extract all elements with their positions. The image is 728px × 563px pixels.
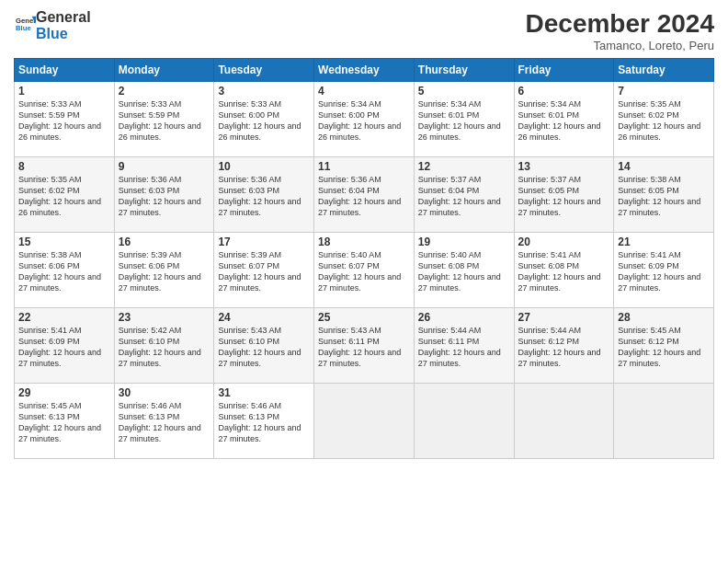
calendar-cell [514,384,614,459]
calendar-cell: 17Sunrise: 5:39 AMSunset: 6:07 PMDayligh… [214,233,314,308]
day-number: 16 [119,236,210,248]
cell-info: Sunrise: 5:45 AMSunset: 6:13 PMDaylight:… [18,400,110,445]
sunset-text: Sunset: 6:01 PM [518,109,610,121]
cell-info: Sunrise: 5:40 AMSunset: 6:08 PMDaylight:… [418,249,510,294]
daylight-text: Daylight: 12 hours and 27 minutes. [518,271,610,293]
day-number: 6 [518,85,610,98]
cell-info: Sunrise: 5:39 AMSunset: 6:06 PMDaylight:… [119,249,210,294]
daylight-text: Daylight: 12 hours and 27 minutes. [18,422,110,444]
day-number: 4 [318,85,410,98]
sunset-text: Sunset: 6:01 PM [418,109,510,121]
calendar-cell: 25Sunrise: 5:43 AMSunset: 6:11 PMDayligh… [314,308,415,384]
logo: General Blue General Blue [14,9,91,41]
daylight-text: Daylight: 12 hours and 27 minutes. [119,422,210,444]
sunset-text: Sunset: 6:09 PM [18,336,110,347]
sunrise-text: Sunrise: 5:44 AM [418,325,510,336]
sunset-text: Sunset: 6:06 PM [119,260,210,271]
sunset-text: Sunset: 6:03 PM [218,185,310,196]
cell-info: Sunrise: 5:40 AMSunset: 6:07 PMDaylight:… [318,249,410,294]
daylight-text: Daylight: 12 hours and 27 minutes. [318,271,410,293]
day-number: 14 [618,160,710,173]
sunrise-text: Sunrise: 5:43 AM [318,325,410,336]
day-number: 5 [418,85,510,98]
sunrise-text: Sunrise: 5:41 AM [618,249,710,260]
daylight-text: Daylight: 12 hours and 27 minutes. [618,271,710,293]
sunrise-text: Sunrise: 5:33 AM [218,98,310,109]
calendar-week-3: 15Sunrise: 5:38 AMSunset: 6:06 PMDayligh… [15,233,714,308]
daylight-text: Daylight: 12 hours and 26 minutes. [618,121,710,143]
daylight-text: Daylight: 12 hours and 26 minutes. [18,196,110,218]
cell-info: Sunrise: 5:36 AMSunset: 6:03 PMDaylight:… [218,174,310,219]
day-number: 19 [418,236,510,248]
sunset-text: Sunset: 6:07 PM [318,260,410,271]
calendar-cell: 20Sunrise: 5:41 AMSunset: 6:08 PMDayligh… [514,233,614,308]
day-number: 28 [618,311,710,324]
day-number: 10 [218,160,310,173]
daylight-text: Daylight: 12 hours and 27 minutes. [618,196,710,218]
day-number: 27 [518,311,610,324]
calendar-cell: 6Sunrise: 5:34 AMSunset: 6:01 PMDaylight… [514,82,614,157]
sunrise-text: Sunrise: 5:46 AM [119,400,210,411]
logo-general: General [36,9,91,26]
calendar-cell: 2Sunrise: 5:33 AMSunset: 5:59 PMDaylight… [114,82,214,157]
daylight-text: Daylight: 12 hours and 27 minutes. [318,347,410,369]
day-number: 18 [318,236,410,248]
cell-info: Sunrise: 5:43 AMSunset: 6:10 PMDaylight:… [218,325,310,370]
calendar-table: SundayMondayTuesdayWednesdayThursdayFrid… [14,58,714,459]
cell-info: Sunrise: 5:36 AMSunset: 6:04 PMDaylight:… [318,174,410,219]
day-number: 29 [18,386,110,399]
calendar-cell: 1Sunrise: 5:33 AMSunset: 5:59 PMDaylight… [15,82,115,157]
sunrise-text: Sunrise: 5:41 AM [518,249,610,260]
calendar-cell: 14Sunrise: 5:38 AMSunset: 6:05 PMDayligh… [614,157,714,233]
daylight-text: Daylight: 12 hours and 27 minutes. [18,347,110,369]
daylight-text: Daylight: 12 hours and 27 minutes. [218,196,310,218]
cell-info: Sunrise: 5:34 AMSunset: 6:01 PMDaylight:… [418,98,510,144]
calendar-cell: 4Sunrise: 5:34 AMSunset: 6:00 PMDaylight… [314,82,415,157]
cell-info: Sunrise: 5:43 AMSunset: 6:11 PMDaylight:… [318,325,410,370]
location-subtitle: Tamanco, Loreto, Peru [526,39,714,52]
sunrise-text: Sunrise: 5:45 AM [18,400,110,411]
sunset-text: Sunset: 5:59 PM [119,109,210,121]
cell-info: Sunrise: 5:38 AMSunset: 6:06 PMDaylight:… [18,249,110,294]
day-number: 8 [18,160,110,173]
calendar-cell: 27Sunrise: 5:44 AMSunset: 6:12 PMDayligh… [514,308,614,384]
calendar-cell: 31Sunrise: 5:46 AMSunset: 6:13 PMDayligh… [214,384,314,459]
cell-info: Sunrise: 5:45 AMSunset: 6:12 PMDaylight:… [618,325,710,370]
day-header-saturday: Saturday [614,59,714,82]
daylight-text: Daylight: 12 hours and 27 minutes. [418,347,510,369]
calendar-cell: 12Sunrise: 5:37 AMSunset: 6:04 PMDayligh… [414,157,514,233]
cell-info: Sunrise: 5:35 AMSunset: 6:02 PMDaylight:… [618,98,710,144]
cell-info: Sunrise: 5:44 AMSunset: 6:12 PMDaylight:… [518,325,610,370]
day-number: 17 [218,236,310,248]
calendar-cell: 11Sunrise: 5:36 AMSunset: 6:04 PMDayligh… [314,157,415,233]
sunrise-text: Sunrise: 5:35 AM [18,174,110,185]
sunset-text: Sunset: 5:59 PM [18,109,110,121]
sunset-text: Sunset: 6:10 PM [119,336,210,347]
daylight-text: Daylight: 12 hours and 27 minutes. [518,347,610,369]
day-number: 9 [119,160,210,173]
day-number: 31 [218,386,310,399]
day-number: 1 [18,85,110,98]
cell-info: Sunrise: 5:46 AMSunset: 6:13 PMDaylight:… [218,400,310,445]
calendar-cell: 13Sunrise: 5:37 AMSunset: 6:05 PMDayligh… [514,157,614,233]
sunset-text: Sunset: 6:04 PM [418,185,510,196]
calendar-cell: 30Sunrise: 5:46 AMSunset: 6:13 PMDayligh… [114,384,214,459]
calendar-cell: 18Sunrise: 5:40 AMSunset: 6:07 PMDayligh… [314,233,415,308]
sunrise-text: Sunrise: 5:40 AM [318,249,410,260]
daylight-text: Daylight: 12 hours and 26 minutes. [318,121,410,143]
day-number: 7 [618,85,710,98]
sunset-text: Sunset: 6:13 PM [218,411,310,422]
cell-info: Sunrise: 5:33 AMSunset: 6:00 PMDaylight:… [218,98,310,144]
day-header-friday: Friday [514,59,614,82]
day-number: 15 [18,236,110,248]
sunset-text: Sunset: 6:05 PM [618,185,710,196]
sunrise-text: Sunrise: 5:43 AM [218,325,310,336]
sunset-text: Sunset: 6:11 PM [418,336,510,347]
calendar-cell [314,384,415,459]
day-number: 23 [119,311,210,324]
daylight-text: Daylight: 12 hours and 27 minutes. [418,196,510,218]
sunset-text: Sunset: 6:02 PM [618,109,710,121]
calendar-cell: 29Sunrise: 5:45 AMSunset: 6:13 PMDayligh… [15,384,115,459]
cell-info: Sunrise: 5:33 AMSunset: 5:59 PMDaylight:… [119,98,210,144]
day-header-sunday: Sunday [15,59,115,82]
